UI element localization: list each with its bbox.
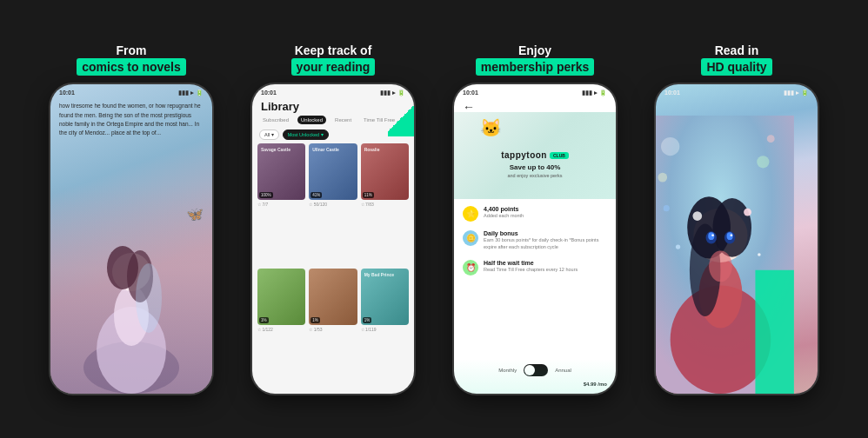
perk-wait-text: Half the wait time Read Time Till Free c… <box>484 260 607 274</box>
book-badge-1: 100% <box>259 192 273 198</box>
card-3: Enjoy membership perks 10:01 ▮▮▮ ▸ 🔋 ← 🐱… <box>439 43 631 395</box>
tab-subscribed[interactable]: Subscribed <box>259 116 292 124</box>
perks-list: ⭐ 4,400 points Added each month 🪙 Daily … <box>463 206 607 275</box>
svg-point-25 <box>744 209 751 216</box>
wait-icon: ⏰ <box>463 260 478 275</box>
svg-point-22 <box>711 235 714 237</box>
library-grid: Savage Castle 100% ☆ 7/7 Ullnar Castle 4… <box>257 143 409 390</box>
book-title-3: Rosalie <box>364 147 405 152</box>
perk-wait-desc: Read Time Till Free chapters every 12 ho… <box>484 267 607 274</box>
book-cover-2[interactable]: Ullnar Castle 41% <box>309 143 357 200</box>
daily-icon: 🪙 <box>463 230 478 246</box>
list-item: 1% ☆ 1/122 <box>257 269 305 390</box>
book-title-1: Savage Castle <box>261 147 302 152</box>
caption-4: Read in HD quality <box>701 43 771 76</box>
perk-daily-desc: Earn 30 bonus points* for daily check-in… <box>484 237 607 250</box>
svg-point-29 <box>758 253 761 256</box>
discount-sub: and enjoy exclusive perks <box>508 173 563 178</box>
book-badge-3: 11% <box>363 192 374 198</box>
perk-daily-title: Daily bonus <box>484 230 607 236</box>
caption-4-highlight: HD quality <box>701 58 771 76</box>
book-cover-3[interactable]: Rosalie 11% <box>361 143 409 200</box>
filter-all[interactable]: All ▾ <box>259 129 279 140</box>
perk-daily-text: Daily bonus Earn 30 bonus points* for da… <box>484 230 607 250</box>
screen2-status: 10:01 ▮▮▮ ▸ 🔋 <box>261 90 405 96</box>
card-2: Keep track of your reading 10:01 ▮▮▮ ▸ 🔋… <box>237 43 429 395</box>
tab-unlocked[interactable]: Unlocked <box>297 116 326 124</box>
teal-corner-decoration <box>388 84 414 136</box>
svg-point-24 <box>692 211 702 221</box>
list-item: 1% ☆ 1/53 <box>309 269 357 390</box>
points-icon: ⭐ <box>463 206 478 222</box>
svg-rect-27 <box>755 270 793 394</box>
caption-2: Keep track of your reading <box>291 43 376 76</box>
book-cover-6[interactable]: My Bad Prince 1% <box>361 269 409 325</box>
perk-wait-title: Half the wait time <box>484 260 607 266</box>
book-cover-1[interactable]: Savage Castle 100% <box>257 143 305 200</box>
library-filter: All ▾ Most Unlocked ▾ <box>259 129 407 140</box>
book-badge-6: 1% <box>363 317 372 323</box>
caption-2-highlight: your reading <box>291 58 376 76</box>
svg-point-8 <box>661 137 679 156</box>
book-title-2: Ullnar Castle <box>312 147 353 152</box>
phone-frame-2: 10:01 ▮▮▮ ▸ 🔋 Library Subscribed Unlocke… <box>250 83 416 395</box>
screen1: 10:01 ▮▮▮ ▸ 🔋 how tiresome he found the … <box>50 84 212 394</box>
library-tabs: Subscribed Unlocked Recent Time Till Fre… <box>259 116 407 124</box>
perk-points-title: 4,400 points <box>484 206 607 212</box>
phone-frame-1: 10:01 ▮▮▮ ▸ 🔋 how tiresome he found the … <box>49 83 214 395</box>
list-item: My Bad Prince 1% ☆ 1/119 <box>361 269 409 390</box>
status-icons-1: ▮▮▮ ▸ 🔋 <box>178 90 204 96</box>
svg-point-10 <box>767 135 775 143</box>
caption-1: From comics to novels <box>77 43 186 76</box>
card-4: Read in HD quality <box>641 43 832 395</box>
book-badge-5: 1% <box>310 317 320 323</box>
perk-points-desc: Added each month <box>484 213 607 220</box>
perk-points-text: 4,400 points Added each month <box>484 206 607 220</box>
caption-3-highlight: membership perks <box>476 58 595 76</box>
membership-banner: 🐱 tappytoon CLUB Save up to 40% and enjo… <box>454 112 616 199</box>
tab-recent[interactable]: Recent <box>331 116 355 124</box>
screen4: 10:01 ▮▮▮ ▸ 🔋 <box>656 84 818 394</box>
club-name: tappytoon <box>501 150 547 160</box>
caption-4-line1: Read in <box>715 43 759 57</box>
phone-frame-4: 10:01 ▮▮▮ ▸ 🔋 <box>654 83 819 395</box>
caption-1-line1: From <box>117 43 147 57</box>
screen3-status: 10:01 ▮▮▮ ▸ 🔋 <box>463 90 607 96</box>
library-title: Library <box>261 100 299 113</box>
teal-bottom-decoration <box>454 359 616 394</box>
svg-point-28 <box>676 245 680 249</box>
svg-point-9 <box>757 156 769 168</box>
perk-points: ⭐ 4,400 points Added each month <box>463 206 607 222</box>
hd-illustration <box>656 84 818 394</box>
svg-point-11 <box>658 173 667 182</box>
book-progress-2: ☆ 50/120 <box>309 202 357 207</box>
status-time-2: 10:01 <box>261 90 277 96</box>
book-badge-2: 41% <box>310 192 322 198</box>
discount-text: Save up to 40% <box>510 163 561 171</box>
screenshots-container: From comics to novels 10:01 ▮▮▮ ▸ 🔋 how … <box>0 0 868 438</box>
caption-3: Enjoy membership perks <box>476 43 595 76</box>
perk-wait: ⏰ Half the wait time Read Time Till Free… <box>463 260 607 275</box>
screen2: 10:01 ▮▮▮ ▸ 🔋 Library Subscribed Unlocke… <box>252 84 414 394</box>
card-1: From comics to novels 10:01 ▮▮▮ ▸ 🔋 how … <box>36 43 227 395</box>
status-time-1: 10:01 <box>59 90 75 96</box>
character-svg <box>79 194 184 394</box>
screen1-status: 10:01 ▮▮▮ ▸ 🔋 <box>59 90 204 96</box>
svg-point-23 <box>731 235 733 237</box>
caption-1-highlight: comics to novels <box>77 58 186 76</box>
list-item: Rosalie 11% ☆ 7/83 <box>361 143 409 265</box>
svg-point-26 <box>709 251 732 282</box>
book-progress-6: ☆ 1/119 <box>361 327 409 332</box>
screen1-content: how tiresome he found the women, or how … <box>59 102 204 138</box>
book-cover-4[interactable]: 1% <box>257 269 305 325</box>
club-badge: CLUB <box>550 152 569 159</box>
hd-character-svg <box>656 116 794 394</box>
book-progress-3: ☆ 7/83 <box>361 202 409 207</box>
svg-point-6 <box>136 263 162 333</box>
screen3: 10:01 ▮▮▮ ▸ 🔋 ← 🐱 tappytoon CLUB Save up… <box>454 84 616 394</box>
screen4-status: 10:01 ▮▮▮ ▸ 🔋 <box>664 90 809 96</box>
filter-most-unlocked[interactable]: Most Unlocked ▾ <box>283 129 329 140</box>
list-item: Savage Castle 100% ☆ 7/7 <box>257 143 305 265</box>
book-cover-5[interactable]: 1% <box>309 269 357 325</box>
book-progress-1: ☆ 7/7 <box>257 202 305 207</box>
